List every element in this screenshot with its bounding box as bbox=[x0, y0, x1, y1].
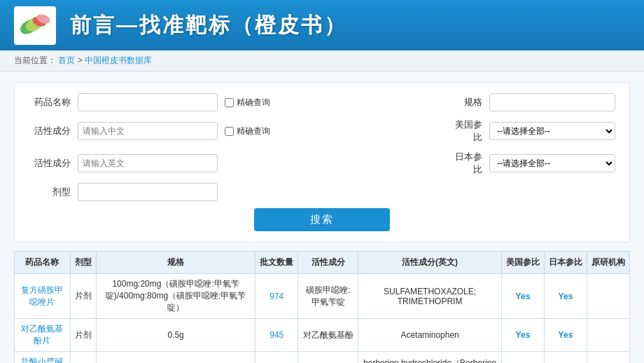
cell-active-cn: 盐酸小檗碱 bbox=[298, 352, 358, 364]
cell-jp-ref: Yes bbox=[544, 274, 587, 319]
main-content: 药品名称 精确查询 规格 活性成分 精确查询 美国参比 --请选择全部-- bbox=[0, 71, 644, 363]
us-ref-select[interactable]: --请选择全部-- bbox=[489, 122, 615, 140]
cell-us-ref: Yes bbox=[501, 319, 544, 352]
active-en-label: 活性成分 bbox=[29, 157, 71, 170]
col-drug-name: 药品名称 bbox=[15, 252, 71, 274]
col-spec: 规格 bbox=[96, 252, 255, 274]
logo-icon bbox=[18, 11, 52, 39]
cell-active-cn: 对乙酰氨基酚 bbox=[298, 319, 358, 352]
table-body: 复方磺胺甲噁唑片片剂100mg:20mg（磺胺甲噁唑:甲氧苄啶)/400mg:8… bbox=[15, 274, 630, 364]
col-active-en: 活性成分(英文) bbox=[358, 252, 502, 274]
table-head: 药品名称 剂型 规格 批文数量 活性成分 活性成分(英文) 美国参比 日本参比 … bbox=[15, 252, 630, 274]
col-us-ref: 美国参比 bbox=[501, 252, 544, 274]
cell-active-en: berberine hydrochloride（Berberine Chlori… bbox=[358, 352, 502, 364]
spec-input[interactable] bbox=[489, 93, 615, 111]
table-row: 盐酸小檗碱片片剂50mg/100mg941盐酸小檗碱berberine hydr… bbox=[15, 352, 630, 364]
search-button[interactable]: 搜索 bbox=[254, 208, 390, 231]
exact-query-1-checkbox[interactable] bbox=[225, 98, 234, 107]
cell-dosage: 片剂 bbox=[70, 319, 96, 352]
cell-institution bbox=[587, 319, 629, 352]
cell-us-ref bbox=[501, 352, 544, 364]
drug-name-input[interactable] bbox=[78, 93, 218, 111]
col-institution: 原研机构 bbox=[587, 252, 629, 274]
cell-jp-ref: Yes bbox=[544, 352, 587, 364]
table-row: 对乙酰氨基酚片片剂0.5g945对乙酰氨基酚AcetaminophenYesYe… bbox=[15, 319, 630, 352]
exact-query-1-label[interactable]: 精确查询 bbox=[225, 97, 281, 109]
cell-active-cn: 磺胺甲噁唑:甲氧苄啶 bbox=[298, 274, 358, 319]
form-row-4: 剂型 bbox=[29, 183, 615, 201]
jp-ref-select[interactable]: --请选择全部-- bbox=[489, 154, 615, 172]
cell-count[interactable]: 945 bbox=[255, 319, 298, 352]
jp-ref-section: 日本参比 --请选择全部-- bbox=[447, 151, 615, 176]
exact-query-2-checkbox[interactable] bbox=[225, 127, 234, 136]
search-form: 药品名称 精确查询 规格 活性成分 精确查询 美国参比 --请选择全部-- bbox=[14, 82, 630, 242]
cell-count[interactable]: 974 bbox=[255, 274, 298, 319]
col-jp-ref: 日本参比 bbox=[544, 252, 587, 274]
breadcrumb-prefix: 当前位置： bbox=[14, 55, 56, 65]
cell-spec: 100mg:20mg（磺胺甲噁唑:甲氧苄啶)/400mg:80mg（磺胺甲噁唑:… bbox=[96, 274, 255, 319]
cell-institution bbox=[587, 274, 629, 319]
active-en-input[interactable] bbox=[78, 154, 218, 172]
cell-count[interactable]: 941 bbox=[255, 352, 298, 364]
table-header-row: 药品名称 剂型 规格 批文数量 活性成分 活性成分(英文) 美国参比 日本参比 … bbox=[15, 252, 630, 274]
results-table: 药品名称 剂型 规格 批文数量 活性成分 活性成分(英文) 美国参比 日本参比 … bbox=[14, 251, 630, 363]
cell-spec: 50mg/100mg bbox=[96, 352, 255, 364]
us-ref-section: 美国参比 --请选择全部-- bbox=[447, 118, 615, 144]
cell-active-en: Acetaminophen bbox=[358, 319, 502, 352]
exact-query-2-label[interactable]: 精确查询 bbox=[225, 125, 281, 137]
col-active-cn: 活性成分 bbox=[298, 252, 358, 274]
table-row: 复方磺胺甲噁唑片片剂100mg:20mg（磺胺甲噁唑:甲氧苄啶)/400mg:8… bbox=[15, 274, 630, 319]
logo bbox=[14, 6, 56, 45]
active-cn-label: 活性成分 bbox=[29, 125, 71, 137]
breadcrumb-separator: > bbox=[78, 55, 85, 65]
dosage-label: 剂型 bbox=[29, 186, 71, 198]
form-row-2: 活性成分 精确查询 美国参比 --请选择全部-- bbox=[29, 118, 615, 144]
cell-dosage: 片剂 bbox=[70, 274, 96, 319]
col-dosage: 剂型 bbox=[70, 252, 96, 274]
cell-institution bbox=[587, 352, 629, 364]
active-cn-input[interactable] bbox=[78, 122, 218, 140]
jp-ref-label: 日本参比 bbox=[447, 151, 482, 176]
breadcrumb-current[interactable]: 中国橙皮书数据库 bbox=[85, 55, 152, 65]
page-header: 前言—找准靶标（橙皮书） bbox=[0, 0, 644, 50]
drug-name-label: 药品名称 bbox=[29, 96, 71, 109]
search-btn-row: 搜索 bbox=[29, 208, 615, 231]
form-row-3: 活性成分 日本参比 --请选择全部-- bbox=[29, 151, 615, 176]
cell-spec: 0.5g bbox=[96, 319, 255, 352]
dosage-input[interactable] bbox=[78, 183, 218, 201]
us-ref-label: 美国参比 bbox=[447, 118, 482, 144]
cell-drug-name[interactable]: 复方磺胺甲噁唑片 bbox=[15, 274, 71, 319]
breadcrumb: 当前位置： 首页 > 中国橙皮书数据库 bbox=[0, 50, 644, 71]
cell-drug-name[interactable]: 盐酸小檗碱片 bbox=[15, 352, 71, 364]
cell-us-ref: Yes bbox=[501, 274, 544, 319]
page-title: 前言—找准靶标（橙皮书） bbox=[70, 11, 347, 40]
col-count: 批文数量 bbox=[255, 252, 298, 274]
cell-dosage: 片剂 bbox=[70, 352, 96, 364]
cell-jp-ref: Yes bbox=[544, 319, 587, 352]
spec-section: 规格 bbox=[447, 93, 615, 111]
breadcrumb-home[interactable]: 首页 bbox=[58, 55, 75, 65]
cell-drug-name[interactable]: 对乙酰氨基酚片 bbox=[15, 319, 71, 352]
form-row-1: 药品名称 精确查询 规格 bbox=[29, 93, 615, 111]
spec-label: 规格 bbox=[447, 96, 482, 109]
cell-active-en: SULFAMETHOXAZOLE; TRIMETHOPRIM bbox=[358, 274, 502, 319]
